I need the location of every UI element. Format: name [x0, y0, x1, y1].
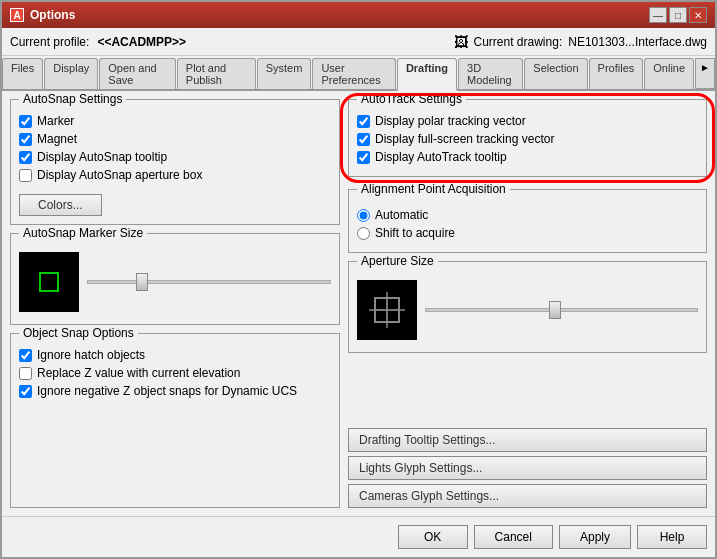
autotrack-tooltip-row: Display AutoTrack tooltip — [357, 150, 698, 164]
lights-glyph-button[interactable]: Lights Glyph Settings... — [348, 456, 707, 480]
aperture-label: Display AutoSnap aperture box — [37, 168, 202, 182]
marker-size-title: AutoSnap Marker Size — [19, 226, 147, 240]
tab-selection[interactable]: Selection — [524, 58, 587, 89]
maximize-button[interactable]: □ — [669, 7, 687, 23]
ignore-negative-label: Ignore negative Z object snaps for Dynam… — [37, 384, 297, 398]
replace-z-label: Replace Z value with current elevation — [37, 366, 240, 380]
title-buttons: — □ ✕ — [649, 7, 707, 23]
tabs-bar: Files Display Open and Save Plot and Pub… — [2, 56, 715, 91]
autosnap-tooltip-checkbox[interactable] — [19, 151, 32, 164]
tab-profiles[interactable]: Profiles — [589, 58, 644, 89]
marker-row: Marker — [19, 114, 331, 128]
tab-open-save[interactable]: Open and Save — [99, 58, 176, 89]
aperture-slider-container — [357, 276, 698, 344]
aperture-size-group: Aperture Size — [348, 261, 707, 353]
tab-user-preferences[interactable]: User Preferences — [312, 58, 396, 89]
fullscreen-checkbox[interactable] — [357, 133, 370, 146]
apply-button[interactable]: Apply — [559, 525, 631, 549]
shift-label: Shift to acquire — [375, 226, 455, 240]
title-bar: A Options — □ ✕ — [2, 2, 715, 28]
profile-value: <<ACADMPP>> — [97, 35, 186, 49]
help-button[interactable]: Help — [637, 525, 707, 549]
drafting-tooltip-button[interactable]: Drafting Tooltip Settings... — [348, 428, 707, 452]
options-window: A Options — □ ✕ Current profile: <<ACADM… — [0, 0, 717, 559]
marker-size-group: AutoSnap Marker Size — [10, 233, 340, 325]
alignment-title: Alignment Point Acquisition — [357, 182, 510, 196]
content-area: AutoSnap Settings Marker Magnet Display … — [2, 91, 715, 516]
autotrack-group: AutoTrack Settings Display polar trackin… — [348, 99, 707, 177]
replace-z-row: Replace Z value with current elevation — [19, 366, 331, 380]
drawing-value: NE101303...Interface.dwg — [568, 35, 707, 49]
marker-slider-container — [19, 248, 331, 316]
tab-scroll-right[interactable]: ► — [695, 58, 715, 89]
left-panel: AutoSnap Settings Marker Magnet Display … — [10, 99, 340, 508]
autotrack-title: AutoTrack Settings — [357, 92, 466, 106]
autotrack-tooltip-checkbox[interactable] — [357, 151, 370, 164]
aperture-checkbox[interactable] — [19, 169, 32, 182]
title-bar-left: A Options — [10, 8, 75, 22]
autosnap-title: AutoSnap Settings — [19, 92, 126, 106]
cancel-button[interactable]: Cancel — [474, 525, 553, 549]
aperture-icon — [369, 292, 405, 328]
tab-drafting[interactable]: Drafting — [397, 58, 457, 91]
right-buttons-group: Drafting Tooltip Settings... Lights Glyp… — [348, 428, 707, 508]
magnet-label: Magnet — [37, 132, 77, 146]
magnet-checkbox[interactable] — [19, 133, 32, 146]
ok-button[interactable]: OK — [398, 525, 468, 549]
tab-files[interactable]: Files — [2, 58, 43, 89]
marker-label: Marker — [37, 114, 74, 128]
bottom-bar: OK Cancel Apply Help — [2, 516, 715, 557]
tab-system[interactable]: System — [257, 58, 312, 89]
tab-online[interactable]: Online — [644, 58, 694, 89]
automatic-label: Automatic — [375, 208, 428, 222]
marker-preview — [19, 252, 79, 312]
ignore-hatch-checkbox[interactable] — [19, 349, 32, 362]
aperture-size-slider[interactable] — [425, 308, 698, 312]
autosnap-tooltip-label: Display AutoSnap tooltip — [37, 150, 167, 164]
drawing-icon: 🖼 — [454, 34, 468, 50]
aperture-preview — [357, 280, 417, 340]
green-square-icon — [39, 272, 59, 292]
ignore-negative-row: Ignore negative Z object snaps for Dynam… — [19, 384, 331, 398]
tab-display[interactable]: Display — [44, 58, 98, 89]
aperture-size-title: Aperture Size — [357, 254, 438, 268]
autosnap-group: AutoSnap Settings Marker Magnet Display … — [10, 99, 340, 225]
autotrack-tooltip-label: Display AutoTrack tooltip — [375, 150, 507, 164]
automatic-row: Automatic — [357, 208, 698, 222]
drawing-info: 🖼 Current drawing: NE101303...Interface.… — [454, 34, 707, 50]
drawing-label: Current drawing: — [474, 35, 563, 49]
magnet-row: Magnet — [19, 132, 331, 146]
marker-checkbox[interactable] — [19, 115, 32, 128]
object-snap-group: Object Snap Options Ignore hatch objects… — [10, 333, 340, 508]
tab-3d-modeling[interactable]: 3D Modeling — [458, 58, 523, 89]
profile-bar: Current profile: <<ACADMPP>> 🖼 Current d… — [2, 28, 715, 56]
cameras-glyph-button[interactable]: Cameras Glyph Settings... — [348, 484, 707, 508]
marker-size-slider[interactable] — [87, 280, 331, 284]
profile-label: Current profile: — [10, 35, 89, 49]
automatic-radio[interactable] — [357, 209, 370, 222]
shift-row: Shift to acquire — [357, 226, 698, 240]
colors-button[interactable]: Colors... — [19, 194, 102, 216]
alignment-group: Alignment Point Acquisition Automatic Sh… — [348, 189, 707, 253]
right-panel: AutoTrack Settings Display polar trackin… — [348, 99, 707, 508]
app-icon: A — [10, 8, 24, 22]
polar-row: Display polar tracking vector — [357, 114, 698, 128]
main-panels: AutoSnap Settings Marker Magnet Display … — [10, 99, 707, 508]
tab-plot-publish[interactable]: Plot and Publish — [177, 58, 256, 89]
ignore-hatch-label: Ignore hatch objects — [37, 348, 145, 362]
ignore-negative-checkbox[interactable] — [19, 385, 32, 398]
polar-label: Display polar tracking vector — [375, 114, 526, 128]
ignore-hatch-row: Ignore hatch objects — [19, 348, 331, 362]
polar-checkbox[interactable] — [357, 115, 370, 128]
autosnap-tooltip-row: Display AutoSnap tooltip — [19, 150, 331, 164]
window-title: Options — [30, 8, 75, 22]
object-snap-title: Object Snap Options — [19, 326, 138, 340]
fullscreen-row: Display full-screen tracking vector — [357, 132, 698, 146]
close-button[interactable]: ✕ — [689, 7, 707, 23]
alignment-radio-group: Automatic Shift to acquire — [357, 204, 698, 244]
replace-z-checkbox[interactable] — [19, 367, 32, 380]
shift-radio[interactable] — [357, 227, 370, 240]
fullscreen-label: Display full-screen tracking vector — [375, 132, 554, 146]
aperture-row: Display AutoSnap aperture box — [19, 168, 331, 182]
minimize-button[interactable]: — — [649, 7, 667, 23]
